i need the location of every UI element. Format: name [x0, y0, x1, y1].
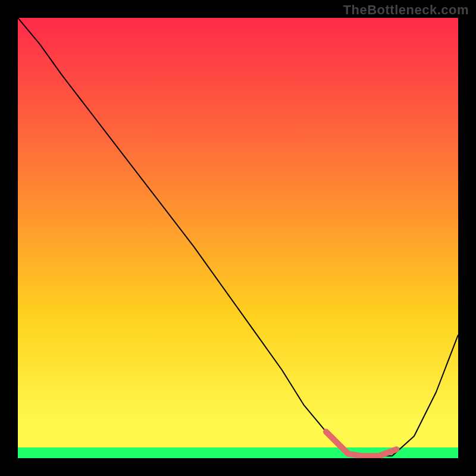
chart-area [18, 18, 458, 458]
gradient-background [18, 18, 458, 458]
bottleneck-chart [18, 18, 458, 458]
page-root: TheBottleneck.com [0, 0, 476, 476]
branding-label: TheBottleneck.com [343, 2, 469, 18]
